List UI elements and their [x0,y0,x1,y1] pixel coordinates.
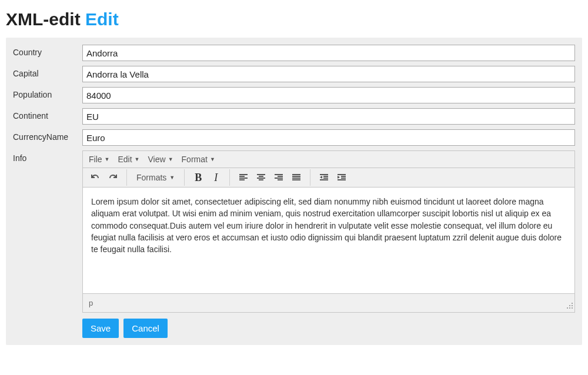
svg-rect-3 [239,179,245,180]
svg-rect-20 [338,174,346,175]
input-continent[interactable] [82,108,575,125]
italic-icon: I [214,172,218,184]
page-title-accent: Edit [85,9,119,29]
undo-icon [91,173,100,182]
page-title: XML-edit Edit [6,9,582,29]
editor-path[interactable]: p [89,299,93,307]
label-population: Population [13,87,82,99]
row-continent: Continent [13,108,575,125]
label-capital: Capital [13,66,82,78]
caret-down-icon: ▼ [169,175,175,180]
indent-button[interactable] [333,169,350,186]
svg-rect-7 [259,179,263,180]
row-capital: Capital [13,66,575,82]
menu-edit[interactable]: Edit ▼ [118,155,139,164]
align-left-button[interactable] [235,169,252,186]
svg-rect-11 [278,179,283,180]
label-currency: CurrencyName [13,129,82,142]
svg-rect-14 [292,178,300,179]
svg-rect-5 [259,176,263,177]
resize-handle-icon[interactable] [566,302,573,311]
toolbar-separator [184,169,185,186]
bold-button[interactable]: B [189,169,207,186]
menu-file-label: File [89,155,102,164]
svg-point-24 [572,303,573,304]
align-left-icon [239,173,248,182]
menu-format-label: Format [182,155,208,164]
svg-rect-0 [239,174,248,175]
svg-rect-15 [292,179,300,180]
row-country: Country [13,45,575,61]
svg-rect-21 [341,176,346,177]
svg-rect-2 [239,178,248,179]
menu-file[interactable]: File ▼ [89,155,109,164]
svg-point-29 [567,307,568,309]
svg-point-28 [569,307,570,309]
align-justify-icon [292,173,301,182]
align-center-icon [256,173,266,182]
label-country: Country [13,45,82,57]
label-info: Info [13,150,82,163]
undo-button[interactable] [86,169,104,186]
svg-rect-6 [257,178,265,179]
rich-text-editor: File ▼ Edit ▼ View ▼ Format ▼ [82,150,575,313]
svg-rect-16 [320,174,328,175]
align-center-button[interactable] [252,169,270,186]
caret-down-icon: ▼ [135,156,140,162]
svg-rect-4 [257,174,265,175]
input-capital[interactable] [82,66,575,82]
indent-icon [337,173,346,182]
input-country[interactable] [82,45,575,61]
menu-format[interactable]: Format ▼ [182,155,215,164]
page-title-prefix: XML-edit [6,9,81,29]
svg-rect-18 [323,178,328,179]
svg-point-27 [572,307,573,309]
caret-down-icon: ▼ [168,156,173,162]
redo-button[interactable] [104,169,122,186]
form-panel: Country Capital Population Continent Cur… [6,38,582,345]
svg-point-25 [572,305,573,306]
menu-view[interactable]: View ▼ [148,155,173,164]
svg-rect-22 [341,178,346,179]
svg-rect-12 [292,174,300,175]
editor-paragraph: Lorem ipsum dolor sit amet, consectetuer… [91,196,566,255]
outdent-icon [319,173,329,182]
toolbar-separator [229,169,230,186]
svg-rect-1 [239,176,245,177]
row-population: Population [13,87,575,103]
editor-body[interactable]: Lorem ipsum dolor sit amet, consectetuer… [83,188,574,293]
toolbar-separator [126,169,127,186]
svg-rect-19 [320,179,328,180]
align-justify-button[interactable] [288,169,305,186]
toolbar-separator [310,169,310,186]
svg-rect-13 [292,176,300,177]
input-population[interactable] [82,87,575,103]
caret-down-icon: ▼ [210,156,215,162]
formats-dropdown[interactable]: Formats ▼ [132,169,179,186]
menu-edit-label: Edit [118,155,132,164]
redo-icon [108,173,118,182]
menu-view-label: View [148,155,166,164]
italic-button[interactable]: I [207,169,225,186]
save-button[interactable]: Save [82,319,119,338]
editor-toolbar: Formats ▼ B I [83,168,574,188]
svg-rect-9 [278,176,283,177]
bold-icon: B [195,172,202,184]
outdent-button[interactable] [315,169,333,186]
row-info: Info File ▼ Edit ▼ View ▼ Format ▼ [13,150,575,313]
svg-rect-17 [323,176,328,177]
editor-menubar: File ▼ Edit ▼ View ▼ Format ▼ [83,151,574,168]
svg-rect-23 [338,179,346,180]
form-actions: Save Cancel [82,319,575,338]
label-continent: Continent [13,108,82,120]
input-currency[interactable] [82,129,575,146]
row-currency: CurrencyName [13,129,575,146]
svg-rect-10 [275,178,283,179]
svg-rect-8 [275,174,283,175]
editor-statusbar: p [83,293,574,312]
caret-down-icon: ▼ [105,156,110,162]
formats-label: Formats [136,173,166,182]
cancel-button[interactable]: Cancel [123,319,168,338]
align-right-button[interactable] [270,169,288,186]
align-right-icon [274,173,283,182]
